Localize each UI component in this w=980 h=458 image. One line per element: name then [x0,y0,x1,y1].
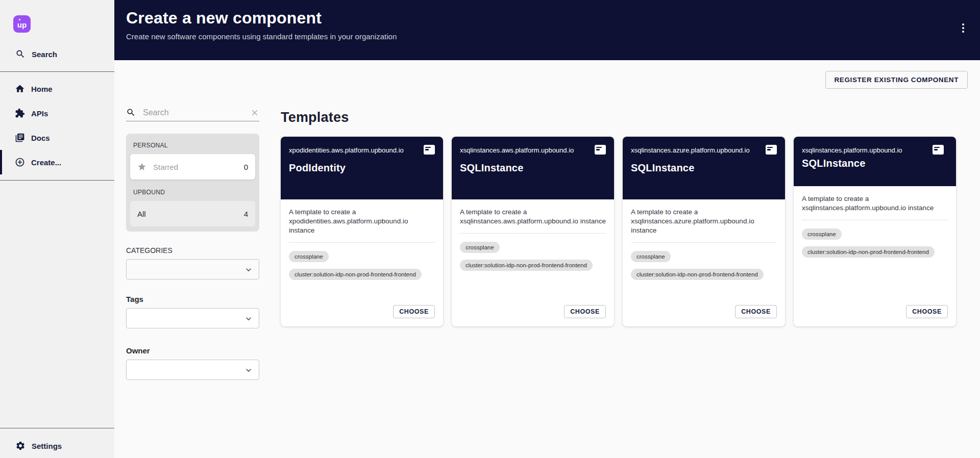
sidebar-item-apis[interactable]: APIs [0,101,114,125]
sidebar-item-docs[interactable]: Docs [0,125,114,150]
template-title: SQLInstance [460,162,606,174]
tag-chip: cluster:solution-idp-non-prod-frontend-f… [289,269,422,280]
main-content: REGISTER EXISTING COMPONENT PERSONALStar… [114,60,980,458]
sidebar-item-label: Create... [31,158,61,167]
sidebar-divider [0,71,114,72]
tag-chip: crossplane [460,242,500,253]
filter-select-tags[interactable] [126,308,259,328]
filter-groups: PERSONALStarred0UPBOUNDAll4 [126,134,259,232]
star-icon [137,162,146,171]
filter-row-label: Starred [153,163,178,171]
filter-select-owner[interactable] [126,360,259,380]
template-card: xsqlinstances.azure.platform.upbound.io … [623,137,785,326]
template-card-header: xsqlinstances.platform.upbound.io SQLIns… [794,137,956,186]
filter-select-categories[interactable] [126,259,259,279]
kebab-menu-icon[interactable] [960,21,966,35]
tag-chip: crossplane [802,228,842,240]
sidebar-item-home[interactable]: Home [0,77,114,101]
sidebar-item-label: Docs [31,134,50,142]
tag-chip: cluster:solution-idp-non-prod-frontend-f… [631,269,764,280]
filter-selects: CATEGORIESTagsOwner [126,246,259,380]
register-existing-component-button[interactable]: REGISTER EXISTING COMPONENT [825,71,968,89]
card-divider [289,242,435,243]
template-description: A template to create a xsqlinstances.aws… [460,208,606,226]
filter-select-group: Tags [126,295,259,328]
template-name: xpodidentities.aws.platform.upbound.io [289,145,421,155]
filter-section-label: PERSONAL [133,142,255,149]
filter-row-count: 4 [244,210,248,218]
template-type-icon [766,145,777,155]
sidebar-divider [0,428,114,428]
close-icon[interactable] [250,108,259,117]
template-type-icon [424,145,435,155]
templates-section: Templates xpodidentities.aws.platform.up… [281,110,956,326]
upbound-logo[interactable]: up [13,15,31,33]
template-type-icon [933,145,944,155]
sidebar-item-settings[interactable]: Settings [0,434,114,458]
template-card: xpodidentities.aws.platform.upbound.io P… [281,137,443,326]
filter-row-starred[interactable]: Starred0 [130,154,255,180]
tag-chip: cluster:solution-idp-non-prod-frontend-f… [802,246,935,258]
template-name: xsqlinstances.platform.upbound.io [802,145,929,155]
template-title: SQLInstance [631,162,777,174]
template-name: xsqlinstances.azure.platform.upbound.io [631,145,763,155]
template-card-header: xpodidentities.aws.platform.upbound.io P… [281,137,443,199]
search-icon [126,108,136,117]
choose-button[interactable]: CHOOSE [906,305,948,318]
gear-icon [15,441,26,451]
filter-panel: PERSONALStarred0UPBOUNDAll4 CATEGORIESTa… [126,104,259,380]
sidebar-item-search[interactable]: Search [0,43,114,65]
template-tags: crossplanecluster:solution-idp-non-prod-… [460,242,606,277]
chevron-down-icon [243,365,254,375]
choose-button[interactable]: CHOOSE [564,305,606,318]
chevron-down-icon [243,314,254,324]
filter-row-label: All [137,210,146,218]
template-card-body: A template to create a xsqlinstances.pla… [794,186,956,326]
card-divider [802,220,948,220]
template-title: SQLInstance [802,158,948,169]
sidebar-item-create[interactable]: Create... [0,150,114,174]
filter-row-all[interactable]: All4 [130,201,255,226]
sidebar-item-label: APIs [31,109,48,118]
filter-section-label: UPBOUND [133,189,255,196]
template-type-icon [595,145,606,155]
template-card-header: xsqlinstances.aws.platform.upbound.io SQ… [452,137,614,199]
search-icon [15,49,26,59]
choose-button[interactable]: CHOOSE [735,305,777,318]
filter-row-count: 0 [244,163,248,171]
template-card: xsqlinstances.aws.platform.upbound.io SQ… [452,137,614,326]
filter-section: UPBOUNDAll4 [130,189,255,226]
docs-icon [15,133,25,143]
template-name: xsqlinstances.aws.platform.upbound.io [460,145,592,155]
filter-select-group: Owner [126,346,259,380]
filter-search [126,104,259,121]
filter-select-label: CATEGORIES [126,246,259,255]
logo-text: up [17,20,27,29]
template-description: A template to create a xpodidentities.aw… [289,208,435,235]
choose-button[interactable]: CHOOSE [393,305,435,318]
filter-search-input[interactable] [142,108,244,118]
template-card: xsqlinstances.platform.upbound.io SQLIns… [794,137,956,326]
template-tags: crossplanecluster:solution-idp-non-prod-… [289,251,435,287]
filter-select-label: Tags [126,295,259,303]
template-description: A template to create a xsqlinstances.pla… [802,194,948,213]
template-card-header: xsqlinstances.azure.platform.upbound.io … [623,137,785,199]
sidebar-settings-label: Settings [32,442,62,450]
template-title: PodIdentity [289,162,435,174]
template-card-body: A template to create a xsqlinstances.aws… [452,199,614,326]
sidebar: up Search HomeAPIsDocsCreate... Settings [0,0,114,458]
sidebar-item-label: Home [31,85,53,93]
page-subtitle: Create new software components using sta… [126,32,980,41]
add-circle-icon [15,157,25,167]
tag-chip: crossplane [289,251,329,262]
template-tags: crossplanecluster:solution-idp-non-prod-… [802,228,948,264]
filter-select-label: Owner [126,346,259,355]
card-divider [460,233,606,234]
filter-section: PERSONALStarred0 [130,142,255,180]
sidebar-nav: HomeAPIsDocsCreate... [0,77,114,174]
chevron-down-icon [243,265,254,275]
template-card-grid: xpodidentities.aws.platform.upbound.io P… [281,137,956,326]
close-icon [250,108,259,117]
template-card-body: A template to create a xpodidentities.aw… [281,199,443,326]
tag-chip: cluster:solution-idp-non-prod-frontend-f… [460,260,593,271]
